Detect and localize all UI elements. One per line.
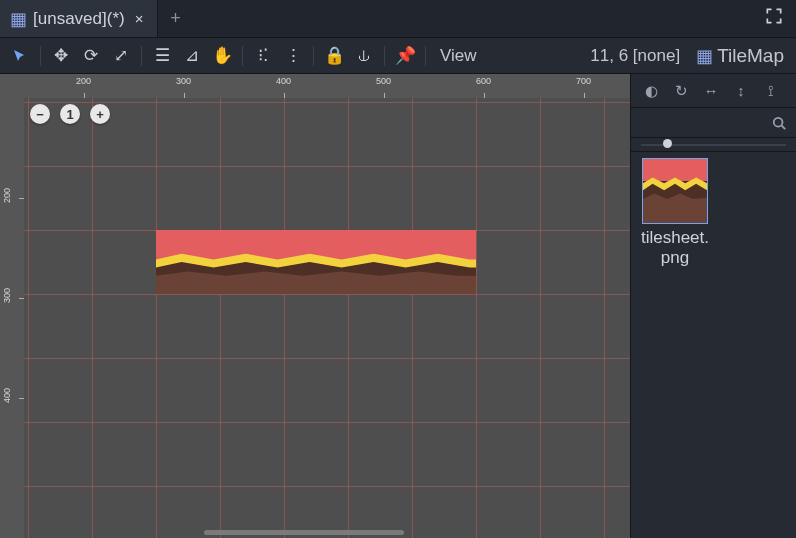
paint-tool[interactable]: ◐: [639, 79, 663, 103]
zoom-controls: − 1 +: [30, 104, 110, 124]
select-tool[interactable]: [6, 42, 34, 70]
node-indicator[interactable]: ▦ TileMap: [690, 45, 790, 67]
separator: [313, 46, 314, 66]
ruler-tool[interactable]: ⊿: [178, 42, 206, 70]
thumbnail-size-slider[interactable]: [631, 138, 796, 152]
zoom-out-button[interactable]: −: [30, 104, 50, 124]
clear-transform-tool[interactable]: ⟟: [759, 79, 783, 103]
zoom-in-button[interactable]: +: [90, 104, 110, 124]
pin-tool[interactable]: 📌: [391, 42, 419, 70]
ruler-x: 200300400500600700: [24, 74, 630, 98]
scale-tool[interactable]: ⤢: [107, 42, 135, 70]
svg-point-0: [774, 117, 783, 126]
separator: [384, 46, 385, 66]
node-name: TileMap: [717, 45, 784, 67]
hscrollbar[interactable]: [204, 530, 404, 535]
separator: [141, 46, 142, 66]
scene-tab[interactable]: ▦ [unsaved](*) ×: [0, 0, 158, 37]
close-tab-button[interactable]: ×: [131, 10, 148, 27]
ruler-corner: [0, 74, 24, 98]
group-tool[interactable]: ⫝: [350, 42, 378, 70]
tilemap-icon: ▦: [10, 8, 27, 30]
tileset-list: tilesheet.png: [631, 152, 796, 275]
zoom-reset-button[interactable]: 1: [60, 104, 80, 124]
move-tool[interactable]: ✥: [47, 42, 75, 70]
coord-readout: 11, 6 [none]: [590, 46, 688, 66]
tileset-label: tilesheet.png: [637, 228, 713, 269]
separator: [425, 46, 426, 66]
tileset-thumbnail: [642, 158, 708, 224]
snap-tool[interactable]: ⁝⁚: [249, 42, 277, 70]
ruler-y: 200300400: [0, 98, 24, 538]
tab-title: [unsaved](*): [33, 9, 125, 29]
pan-tool[interactable]: ✋: [208, 42, 236, 70]
rotate-tool[interactable]: ⟳: [77, 42, 105, 70]
tileset-item[interactable]: tilesheet.png: [637, 158, 713, 269]
tileset-search[interactable]: [631, 108, 796, 138]
separator: [242, 46, 243, 66]
flip-h-tool[interactable]: ↔: [699, 79, 723, 103]
flip-v-tool[interactable]: ↕: [729, 79, 753, 103]
rotate-tool-side[interactable]: ↻: [669, 79, 693, 103]
add-tab-button[interactable]: +: [158, 0, 192, 37]
tileset-panel: ◐ ↻ ↔ ↕ ⟟ tilesheet.png: [630, 74, 796, 538]
tileset-toolbar: ◐ ↻ ↔ ↕ ⟟: [631, 74, 796, 108]
separator: [40, 46, 41, 66]
editor-viewport: 200300400500600700 200300400 − 1 +: [0, 74, 630, 538]
list-tool[interactable]: ☰: [148, 42, 176, 70]
placed-tiles[interactable]: [156, 230, 476, 294]
toolbar: ✥ ⟳ ⤢ ☰ ⊿ ✋ ⁝⁚ ⋮ 🔒 ⫝ 📌 View 11, 6 [none]…: [0, 38, 796, 74]
view-menu[interactable]: View: [432, 46, 485, 66]
search-icon: [772, 116, 786, 130]
tilemap-icon: ▦: [696, 45, 713, 67]
snap-options[interactable]: ⋮: [279, 42, 307, 70]
canvas[interactable]: − 1 +: [24, 98, 630, 538]
tab-bar: ▦ [unsaved](*) × +: [0, 0, 796, 38]
lock-tool[interactable]: 🔒: [320, 42, 348, 70]
tile-grid: [24, 98, 630, 538]
fullscreen-button[interactable]: [764, 6, 788, 30]
